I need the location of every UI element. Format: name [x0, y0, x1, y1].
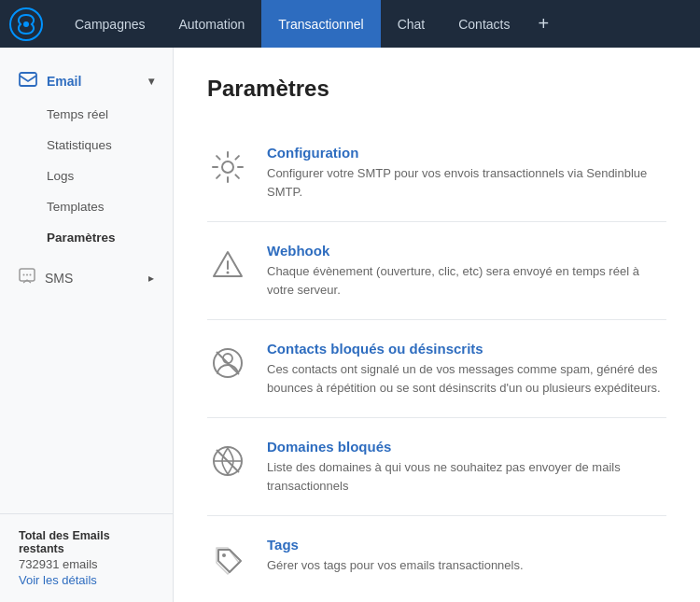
configuration-text: Configuration Configurer votre SMTP pour… [267, 145, 666, 201]
settings-item-configuration: Configuration Configurer votre SMTP pour… [207, 124, 666, 222]
sidebar-email-chevron: ▾ [148, 75, 154, 88]
settings-item-domaines-bloques: Domaines bloqués Liste des domaines à qu… [207, 418, 666, 516]
webhook-desc: Chaque évènement (ouverture, clic, etc) … [267, 264, 639, 297]
svg-point-11 [223, 354, 232, 363]
sidebar-item-statistiques[interactable]: Statistiques [0, 130, 173, 161]
sidebar-footer-count: 732931 emails [19, 557, 154, 571]
contacts-bloques-icon [207, 343, 248, 384]
nav-item-automation[interactable]: Automation [162, 0, 262, 48]
sidebar-email-header[interactable]: Email ▾ [0, 63, 173, 99]
sidebar-item-templates[interactable]: Templates [0, 191, 173, 222]
sidebar-email-label: Email [47, 74, 81, 89]
domaines-bloques-text: Domaines bloqués Liste des domaines à qu… [267, 439, 666, 495]
domaines-bloques-desc: Liste des domaines à qui vous ne souhait… [267, 460, 621, 493]
nav-item-contacts[interactable]: Contacts [441, 0, 526, 48]
nav-item-transactionnel[interactable]: Transactionnel [261, 0, 380, 48]
contacts-bloques-link[interactable]: Contacts bloqués ou désinscrits [267, 341, 666, 357]
sidebar-item-logs[interactable]: Logs [0, 161, 173, 191]
domaines-bloques-link[interactable]: Domaines bloqués [267, 439, 666, 455]
nav-item-chat[interactable]: Chat [381, 0, 442, 48]
svg-point-4 [23, 274, 25, 276]
top-nav: Campagnes Automation Transactionnel Chat… [0, 0, 700, 48]
settings-item-tags: Tags Gérer vos tags pour vos emails tran… [207, 516, 666, 600]
svg-point-1 [23, 21, 29, 27]
logo[interactable] [9, 7, 43, 41]
svg-line-12 [217, 352, 239, 374]
configuration-icon [207, 147, 248, 188]
sidebar-sms-label: SMS [45, 271, 73, 286]
settings-list: Configuration Configurer votre SMTP pour… [207, 124, 666, 600]
contacts-bloques-desc: Ces contacts ont signalé un de vos messa… [267, 362, 661, 395]
sidebar-footer-label: Total des Emails restants [19, 529, 154, 555]
email-icon [19, 72, 37, 90]
tags-text: Tags Gérer vos tags pour vos emails tran… [267, 537, 524, 575]
configuration-desc: Configurer votre SMTP pour vos envois tr… [267, 166, 647, 199]
sidebar: Email ▾ Temps réel Statistiques Logs Tem… [0, 48, 174, 602]
settings-item-webhook: Webhook Chaque évènement (ouverture, cli… [207, 222, 666, 320]
webhook-link[interactable]: Webhook [267, 243, 666, 259]
webhook-text: Webhook Chaque évènement (ouverture, cli… [267, 243, 666, 299]
tags-desc: Gérer vos tags pour vos emails transacti… [267, 558, 524, 572]
sidebar-item-temps-reel[interactable]: Temps réel [0, 99, 173, 130]
sidebar-sms-section[interactable]: SMS ▸ [0, 259, 173, 297]
sidebar-footer: Total des Emails restants 732931 emails … [0, 513, 173, 602]
nav-item-plus[interactable]: + [526, 0, 560, 48]
nav-item-campagnes[interactable]: Campagnes [58, 0, 162, 48]
contacts-bloques-text: Contacts bloqués ou désinscrits Ces cont… [267, 341, 666, 397]
sidebar-footer-link[interactable]: Voir les détails [19, 573, 154, 587]
sms-icon [19, 268, 35, 287]
sidebar-email-section: Email ▾ Temps réel Statistiques Logs Tem… [0, 57, 173, 259]
sidebar-sms-chevron: ▸ [148, 272, 154, 285]
svg-point-5 [26, 274, 28, 276]
svg-point-9 [227, 272, 230, 274]
page-title: Paramètres [207, 76, 666, 102]
settings-item-contacts-bloques: Contacts bloqués ou désinscrits Ces cont… [207, 320, 666, 418]
domaines-bloques-icon [207, 441, 248, 482]
svg-point-7 [222, 161, 233, 173]
tags-icon [207, 539, 248, 580]
layout: Email ▾ Temps réel Statistiques Logs Tem… [0, 48, 700, 602]
main-content: Paramètres Configuration Configurer votr… [174, 48, 700, 602]
sidebar-item-parametres[interactable]: Paramètres [0, 222, 173, 253]
tags-link[interactable]: Tags [267, 537, 524, 553]
svg-point-16 [222, 553, 226, 557]
webhook-icon [207, 245, 248, 286]
svg-rect-2 [20, 73, 36, 86]
configuration-link[interactable]: Configuration [267, 145, 666, 161]
svg-point-6 [30, 274, 32, 276]
